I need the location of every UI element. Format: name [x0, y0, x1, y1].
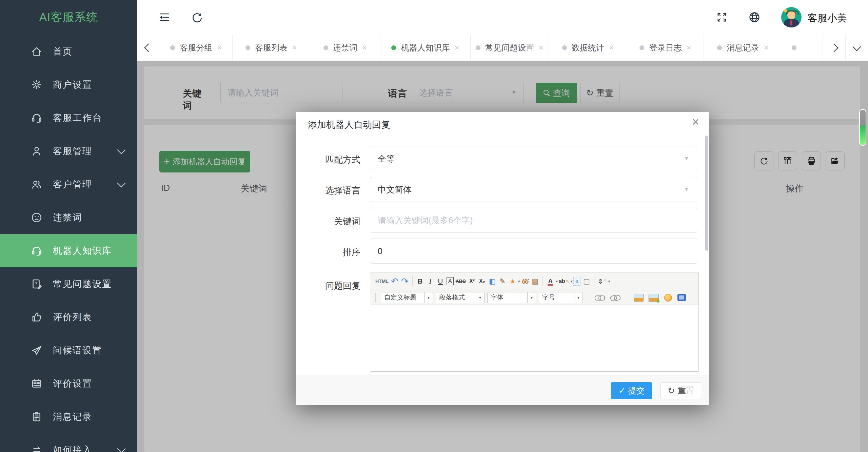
- caret-down-icon[interactable]: ▾: [571, 279, 573, 284]
- tabs-menu-button[interactable]: [845, 35, 868, 61]
- font-size-select[interactable]: 字号 ▼: [539, 292, 583, 303]
- paste-plain-icon[interactable]: ▤: [531, 276, 539, 287]
- sort-field-label: 排序: [296, 246, 360, 258]
- sidebar-item-robot-knowledge[interactable]: 机器人知识库: [0, 234, 137, 267]
- line-height-icon[interactable]: ⇕: [598, 276, 607, 287]
- sidebar-item-review-list[interactable]: 评价列表: [0, 301, 137, 334]
- remove-link-icon[interactable]: [610, 294, 620, 301]
- blockquote-icon[interactable]: 66: [521, 276, 529, 287]
- close-icon[interactable]: ×: [539, 43, 544, 53]
- refresh-page-icon[interactable]: [189, 9, 205, 25]
- sidebar-item-greeting-settings[interactable]: 问候语设置: [0, 334, 137, 367]
- tab-data-stats[interactable]: 数据统计 ×: [549, 35, 627, 61]
- sidebar-item-home[interactable]: 首页: [0, 35, 137, 68]
- font-family-select[interactable]: 字体 ▼: [487, 292, 536, 303]
- tab-banned-words[interactable]: 违禁词 ×: [310, 35, 380, 61]
- tab-faq-settings[interactable]: 常见问题设置 ×: [471, 35, 549, 61]
- username[interactable]: 客服小美: [808, 12, 847, 25]
- language-select[interactable]: 中文简体 ▼: [370, 177, 697, 202]
- tab-login-log[interactable]: 登录日志 ×: [627, 35, 704, 61]
- chevron-right-icon: [830, 43, 838, 52]
- sidebar-item-banned-words[interactable]: 违禁词: [0, 201, 137, 234]
- collapse-sidebar-icon[interactable]: [156, 9, 173, 25]
- sidebar: AI客服系统 首页 商户设置 客服工作台 客服管理 客户管理: [0, 0, 137, 452]
- anchor-icon[interactable]: a: [573, 277, 580, 286]
- format-brush-icon[interactable]: ✎: [498, 276, 507, 287]
- tab-partial[interactable]: [782, 35, 811, 61]
- undo-icon[interactable]: ↶: [391, 276, 399, 287]
- dialog-title: 添加机器人自动回复: [308, 119, 390, 131]
- keyword-field-label: 关键词: [296, 215, 360, 227]
- close-icon[interactable]: ×: [362, 43, 367, 53]
- caret-down-icon[interactable]: ▾: [608, 279, 610, 284]
- remove-format-icon[interactable]: ◧: [488, 276, 496, 287]
- paragraph-format-select[interactable]: 段落格式 ▼: [436, 292, 485, 303]
- chevron-down-icon: [852, 42, 861, 51]
- tab-label: 消息记录: [727, 42, 759, 53]
- close-icon[interactable]: ×: [454, 43, 459, 53]
- insert-video-icon[interactable]: [677, 294, 686, 301]
- sort-field-input[interactable]: [370, 239, 697, 264]
- dialog-reset-button[interactable]: ↻ 重置: [660, 382, 701, 399]
- quick-format-icon[interactable]: ★: [509, 276, 517, 287]
- tab-agent-groups[interactable]: 客服分组 ×: [160, 35, 233, 61]
- sidebar-item-review-settings[interactable]: 评价设置: [0, 367, 137, 400]
- sidebar-item-workbench[interactable]: 客服工作台: [0, 101, 137, 135]
- match-type-select[interactable]: 全等 ▼: [370, 146, 697, 171]
- bold-icon[interactable]: B: [416, 276, 424, 287]
- dialog-scrollbar[interactable]: [705, 136, 708, 251]
- subscript-icon[interactable]: X₂: [478, 276, 486, 287]
- tabs-scroll-right-button[interactable]: [823, 35, 845, 61]
- keyword-field-input[interactable]: [370, 208, 697, 233]
- insert-image-icon[interactable]: [634, 294, 644, 302]
- fullscreen-icon[interactable]: [714, 9, 730, 25]
- close-icon[interactable]: ×: [686, 43, 691, 53]
- sidebar-item-customer-management[interactable]: 客户管理: [0, 168, 137, 201]
- tabs-scroll-left-button[interactable]: [137, 35, 160, 61]
- superscript-icon[interactable]: X²: [468, 276, 476, 287]
- italic-icon[interactable]: I: [426, 276, 434, 287]
- dialog-close-button[interactable]: ×: [692, 116, 699, 128]
- sidebar-item-label: 如何接入: [53, 444, 92, 452]
- emoji-icon[interactable]: [664, 294, 672, 302]
- caret-down-icon[interactable]: ▾: [518, 279, 520, 284]
- caret-down-icon: ▼: [574, 292, 583, 303]
- strikethrough-icon[interactable]: ABC: [456, 276, 466, 287]
- font-color-icon[interactable]: A: [546, 276, 554, 287]
- insert-link-icon[interactable]: [595, 294, 605, 301]
- upload-images-icon[interactable]: [649, 294, 659, 302]
- html-source-icon[interactable]: HTML: [375, 276, 389, 287]
- form-card-icon: [30, 377, 43, 390]
- page-scrollbar[interactable]: [859, 109, 866, 146]
- sidebar-item-how-to-connect[interactable]: 如何接入: [0, 433, 137, 452]
- sidebar-item-agent-management[interactable]: 客服管理: [0, 135, 137, 168]
- close-icon[interactable]: ×: [609, 43, 614, 53]
- close-icon[interactable]: ×: [217, 43, 222, 53]
- sidebar-item-merchant-settings[interactable]: 商户设置: [0, 68, 137, 101]
- new-page-icon[interactable]: ▢: [583, 276, 591, 287]
- tabbar-spacer: [811, 35, 823, 61]
- font-style-icon[interactable]: A: [447, 277, 454, 285]
- swap-arrows-icon: [30, 443, 43, 452]
- tab-dot-icon: [562, 45, 567, 50]
- avatar-flower: [784, 9, 787, 13]
- editor-content-area[interactable]: [370, 305, 698, 372]
- tab-message-log[interactable]: 消息记录 ×: [704, 35, 782, 61]
- underline-icon[interactable]: U: [436, 276, 445, 287]
- select-value: 字号: [539, 293, 574, 302]
- redo-icon[interactable]: ↷: [401, 276, 409, 287]
- close-icon[interactable]: ×: [292, 43, 297, 53]
- tab-robot-knowledge[interactable]: 机器人知识库 ×: [380, 35, 471, 61]
- tab-agent-list[interactable]: 客服列表 ×: [233, 35, 310, 61]
- avatar[interactable]: [781, 7, 802, 27]
- custom-heading-select[interactable]: 自定义标题 ▼: [381, 292, 433, 303]
- highlight-icon[interactable]: ab: [559, 276, 569, 287]
- caret-down-icon[interactable]: ▾: [556, 279, 558, 284]
- sidebar-item-label: 常见问题设置: [53, 278, 112, 290]
- sidebar-item-message-log[interactable]: 消息记录: [0, 400, 137, 433]
- chevron-down-icon: [117, 179, 125, 187]
- language-globe-icon[interactable]: [746, 9, 763, 25]
- close-icon[interactable]: ×: [764, 43, 769, 53]
- sidebar-item-faq-settings[interactable]: ? 常见问题设置: [0, 267, 137, 301]
- submit-button[interactable]: ✓ 提交: [611, 382, 652, 399]
